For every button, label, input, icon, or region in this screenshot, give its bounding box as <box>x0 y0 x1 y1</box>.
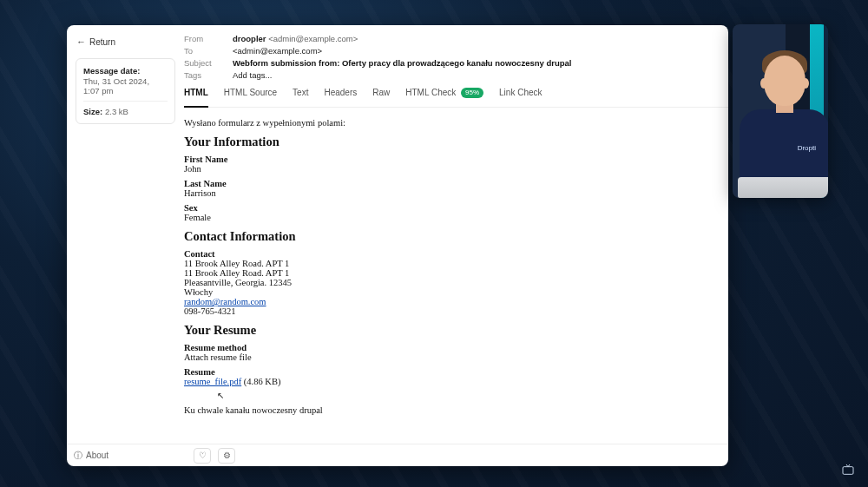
contact-addr1: 11 Brook Alley Road. APT 1 <box>184 259 728 268</box>
first-name-label: First Name <box>184 155 728 164</box>
tv-icon <box>840 463 856 475</box>
contact-email-link[interactable]: random@random.com <box>184 297 266 306</box>
contact-label: Contact <box>184 249 728 259</box>
tab-html-source[interactable]: HTML Source <box>224 88 277 102</box>
resume-file-row: resume_file.pdf (4.86 KB) <box>184 377 728 386</box>
tags-label: Tags <box>184 70 233 80</box>
person-head <box>764 56 806 106</box>
return-button[interactable]: ← Return <box>76 34 175 49</box>
shirt-logo: Dropti <box>798 144 816 152</box>
contact-phone: 098-765-4321 <box>184 306 728 316</box>
about-button[interactable]: ⓘ About <box>74 450 108 462</box>
tab-html-check[interactable]: HTML Check 95% <box>405 88 483 102</box>
settings-button[interactable]: ⚙ <box>218 448 235 464</box>
tab-raw[interactable]: Raw <box>372 88 390 102</box>
resume-label: Resume <box>184 367 728 377</box>
tab-html-check-label: HTML Check <box>405 88 456 97</box>
laptop-lid <box>738 177 828 198</box>
meta-divider <box>83 101 168 102</box>
arrow-left-icon: ← <box>76 36 86 47</box>
html-check-badge: 95% <box>461 88 483 98</box>
resume-method-value: Attach resume file <box>184 352 728 362</box>
first-name-value: John <box>184 164 728 174</box>
resume-method-label: Resume method <box>184 343 728 352</box>
left-column: ← Return Message date: Thu, 31 Oct 2024,… <box>67 25 184 444</box>
mouse-cursor-icon: ↖ <box>217 391 224 400</box>
notifications-button[interactable]: ♡ <box>194 448 211 464</box>
gear-icon: ⚙ <box>223 451 231 460</box>
view-tabs: HTML HTML Source Text Headers Raw HTML C… <box>184 84 728 108</box>
subject-value: Webform submission from: Oferty pracy dl… <box>233 58 571 68</box>
sex-label: Sex <box>184 203 728 213</box>
contact-addr2: 11 Brook Alley Road. APT 1 <box>184 268 728 278</box>
message-date-label: Message date: <box>83 66 168 76</box>
intro-text: Wysłano formularz z wypełnionymi polami: <box>184 118 728 128</box>
return-label: Return <box>89 37 115 47</box>
webcam-overlay: Dropti <box>733 24 828 198</box>
tab-headers[interactable]: Headers <box>324 88 357 102</box>
size-label: Size: <box>83 107 102 116</box>
from-name: droopler <box>233 34 266 43</box>
tags-input[interactable]: Add tags... <box>233 70 272 80</box>
to-label: To <box>184 46 233 56</box>
section-contact-information: Contact Information <box>184 229 728 244</box>
svg-rect-0 <box>843 467 853 475</box>
window-footer: ⓘ About ♡ ⚙ <box>67 444 728 466</box>
resume-file-link[interactable]: resume_file.pdf <box>184 377 241 386</box>
message-meta-card: Message date: Thu, 31 Oct 2024, 1:07 pm … <box>76 58 175 124</box>
section-your-information: Your Information <box>184 135 728 149</box>
right-column: From droopler <admin@example.com> To <ad… <box>184 25 728 444</box>
email-header-block: From droopler <admin@example.com> To <ad… <box>184 25 728 109</box>
from-address: <admin@example.com> <box>268 34 358 43</box>
main-area: ← Return Message date: Thu, 31 Oct 2024,… <box>67 25 728 444</box>
tab-html[interactable]: HTML <box>184 88 208 108</box>
info-icon: ⓘ <box>74 450 82 462</box>
tab-text[interactable]: Text <box>293 88 308 102</box>
tab-link-check[interactable]: Link Check <box>499 88 542 102</box>
from-label: From <box>184 34 233 43</box>
mail-window: ← Return Message date: Thu, 31 Oct 2024,… <box>67 25 728 466</box>
from-value: droopler <admin@example.com> <box>233 34 358 43</box>
contact-country: Włochy <box>184 287 728 297</box>
about-label: About <box>86 451 108 460</box>
last-name-value: Harrison <box>184 188 728 198</box>
resume-file-size: (4.86 KB) <box>244 377 281 386</box>
message-date-value: Thu, 31 Oct 2024, 1:07 pm <box>83 76 168 95</box>
closing-text: Ku chwale kanału nowoczesny drupal <box>184 405 728 415</box>
last-name-label: Last Name <box>184 179 728 188</box>
contact-city: Pleasantville, Georgia. 12345 <box>184 278 728 287</box>
bell-icon: ♡ <box>199 451 207 460</box>
to-value: <admin@example.com> <box>233 46 322 56</box>
size-value: 2.3 kB <box>105 107 128 116</box>
subject-label: Subject <box>184 58 233 68</box>
section-your-resume: Your Resume <box>184 323 728 338</box>
email-body: Wysłano formularz z wypełnionymi polami:… <box>184 109 728 444</box>
sex-value: Female <box>184 213 728 222</box>
